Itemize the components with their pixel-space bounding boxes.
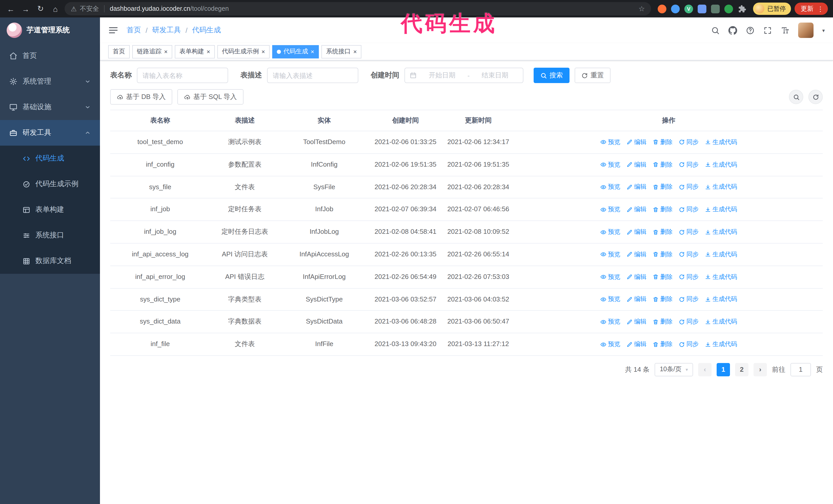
sidebar-item-home[interactable]: 首页: [0, 43, 100, 69]
toggle-search-button[interactable]: [789, 90, 803, 104]
action-sync[interactable]: 同步: [679, 182, 699, 192]
action-edit[interactable]: 编辑: [626, 182, 646, 192]
tab-system-api[interactable]: 系统接口 ×: [322, 45, 361, 58]
action-sync[interactable]: 同步: [679, 227, 699, 237]
action-preview[interactable]: 预览: [600, 250, 620, 259]
action-delete[interactable]: 删除: [652, 272, 672, 282]
action-generate[interactable]: 生成代码: [705, 294, 737, 304]
extension-icon[interactable]: [724, 4, 733, 13]
breadcrumb-dev-tools[interactable]: 研发工具: [152, 26, 181, 35]
extension-icon[interactable]: [711, 4, 720, 13]
action-delete[interactable]: 删除: [652, 317, 672, 327]
action-delete[interactable]: 删除: [652, 137, 672, 147]
action-preview[interactable]: 预览: [600, 137, 620, 147]
tab-codegen[interactable]: 代码生成 ×: [272, 45, 319, 58]
import-db-button[interactable]: 基于 DB 导入: [110, 89, 172, 104]
create-time-range-picker[interactable]: 开始日期 - 结束日期: [404, 68, 523, 83]
action-edit[interactable]: 编辑: [626, 227, 646, 237]
sidebar-item-form-builder[interactable]: 表单构建: [0, 197, 100, 222]
menu-kebab-icon[interactable]: ⋮: [817, 5, 824, 13]
action-edit[interactable]: 编辑: [626, 250, 646, 259]
extensions-puzzle-icon[interactable]: [738, 4, 746, 13]
action-generate[interactable]: 生成代码: [705, 160, 737, 169]
action-sync[interactable]: 同步: [679, 160, 699, 169]
search-button[interactable]: 搜索: [533, 68, 570, 83]
sidebar-item-system-api[interactable]: 系统接口: [0, 222, 100, 248]
action-edit[interactable]: 编辑: [626, 160, 646, 169]
refresh-table-button[interactable]: [808, 90, 823, 104]
action-delete[interactable]: 删除: [652, 160, 672, 169]
action-sync[interactable]: 同步: [679, 317, 699, 327]
tab-codegen-example[interactable]: 代码生成示例 ×: [217, 45, 270, 58]
action-delete[interactable]: 删除: [652, 205, 672, 214]
action-delete[interactable]: 删除: [652, 339, 672, 349]
action-generate[interactable]: 生成代码: [705, 317, 737, 327]
action-sync[interactable]: 同步: [679, 137, 699, 147]
profile-paused-chip[interactable]: 已暂停: [753, 3, 791, 15]
close-icon[interactable]: ×: [164, 48, 168, 55]
action-generate[interactable]: 生成代码: [705, 250, 737, 259]
action-preview[interactable]: 预览: [600, 227, 620, 237]
hamburger-icon[interactable]: [108, 25, 118, 35]
import-sql-button[interactable]: 基于 SQL 导入: [177, 89, 244, 104]
action-generate[interactable]: 生成代码: [705, 182, 737, 192]
app-logo[interactable]: 芋道管理系统: [0, 18, 100, 43]
tab-trace[interactable]: 链路追踪 ×: [132, 45, 172, 58]
action-preview[interactable]: 预览: [600, 205, 620, 214]
sidebar-item-codegen[interactable]: 代码生成: [0, 146, 100, 171]
prev-page-button[interactable]: ‹: [698, 363, 712, 376]
action-preview[interactable]: 预览: [600, 339, 620, 349]
close-icon[interactable]: ×: [311, 48, 314, 55]
search-icon[interactable]: [711, 26, 720, 34]
fullscreen-icon[interactable]: [763, 26, 772, 34]
action-generate[interactable]: 生成代码: [705, 137, 737, 147]
action-generate[interactable]: 生成代码: [705, 339, 737, 349]
update-button[interactable]: 更新 ⋮: [794, 3, 828, 15]
extension-icon[interactable]: [658, 4, 666, 13]
font-size-icon[interactable]: [781, 26, 789, 34]
sidebar-item-dev-tools[interactable]: 研发工具: [0, 120, 100, 146]
help-icon[interactable]: [746, 26, 755, 34]
reload-button[interactable]: ↻: [35, 3, 46, 14]
extension-icon[interactable]: [671, 4, 680, 13]
action-preview[interactable]: 预览: [600, 182, 620, 192]
close-icon[interactable]: ×: [207, 48, 210, 55]
action-sync[interactable]: 同步: [679, 339, 699, 349]
address-bar[interactable]: ⚠ 不安全 dashboard.yudao.iocoder.cn/tool/co…: [65, 2, 651, 16]
goto-page-input[interactable]: [790, 363, 811, 376]
table-name-input[interactable]: [137, 68, 228, 83]
action-edit[interactable]: 编辑: [626, 137, 646, 147]
action-generate[interactable]: 生成代码: [705, 272, 737, 282]
action-preview[interactable]: 预览: [600, 160, 620, 169]
next-page-button[interactable]: ›: [754, 363, 767, 376]
action-delete[interactable]: 删除: [652, 250, 672, 259]
extension-icon[interactable]: [698, 4, 706, 13]
sidebar-item-codegen-example[interactable]: 代码生成示例: [0, 171, 100, 197]
action-edit[interactable]: 编辑: [626, 205, 646, 214]
tab-form-builder[interactable]: 表单构建 ×: [175, 45, 215, 58]
action-sync[interactable]: 同步: [679, 272, 699, 282]
action-edit[interactable]: 编辑: [626, 339, 646, 349]
home-button[interactable]: ⌂: [50, 3, 61, 14]
bookmark-star-icon[interactable]: ☆: [639, 5, 645, 13]
action-sync[interactable]: 同步: [679, 294, 699, 304]
action-edit[interactable]: 编辑: [626, 294, 646, 304]
sidebar-item-system[interactable]: 系统管理: [0, 69, 100, 94]
page-button-2[interactable]: 2: [735, 363, 748, 376]
action-sync[interactable]: 同步: [679, 205, 699, 214]
forward-button[interactable]: →: [20, 3, 31, 14]
breadcrumb-home[interactable]: 首页: [127, 26, 141, 35]
back-button[interactable]: ←: [5, 3, 17, 14]
action-preview[interactable]: 预览: [600, 317, 620, 327]
sidebar-item-db-docs[interactable]: 数据库文档: [0, 248, 100, 274]
action-edit[interactable]: 编辑: [626, 317, 646, 327]
action-generate[interactable]: 生成代码: [705, 205, 737, 214]
user-avatar[interactable]: [798, 23, 813, 38]
action-delete[interactable]: 删除: [652, 227, 672, 237]
avatar-caret-icon[interactable]: ▾: [822, 27, 825, 33]
close-icon[interactable]: ×: [353, 48, 357, 55]
tab-home[interactable]: 首页: [108, 45, 130, 58]
action-sync[interactable]: 同步: [679, 250, 699, 259]
action-preview[interactable]: 预览: [600, 294, 620, 304]
github-icon[interactable]: [729, 26, 737, 34]
